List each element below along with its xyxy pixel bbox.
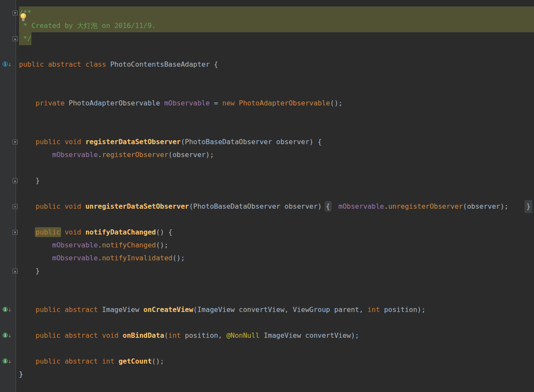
fold-end-icon[interactable]: ▴ xyxy=(12,269,18,274)
code-line[interactable]: public abstract int getCount(); xyxy=(16,355,534,368)
code-line[interactable] xyxy=(16,316,534,329)
fold-end-icon[interactable]: ▴ xyxy=(12,178,18,183)
code-token: ImageView xyxy=(98,306,143,314)
code-token: } xyxy=(19,176,40,185)
code-line[interactable]: */ xyxy=(16,32,534,45)
code-token xyxy=(98,331,102,340)
code-line[interactable]: /** xyxy=(16,6,534,19)
implemented-method-icon[interactable]: i↓ xyxy=(3,307,12,313)
code-line[interactable] xyxy=(16,290,534,303)
intention-lightbulb-icon[interactable] xyxy=(20,13,27,22)
marker-circle: i xyxy=(3,358,8,364)
code-token: int xyxy=(168,331,181,340)
code-line[interactable] xyxy=(16,213,534,226)
code-token: abstract xyxy=(65,306,98,314)
code-line-text: } xyxy=(19,265,40,278)
code-line[interactable]: public void registerDataSetObserver(Phot… xyxy=(16,136,534,148)
code-line[interactable]: } xyxy=(16,368,534,381)
code-line[interactable] xyxy=(16,84,534,97)
code-token: mObservable xyxy=(52,254,98,262)
code-token: public xyxy=(36,228,61,236)
code-token: new xyxy=(222,99,235,107)
code-line[interactable] xyxy=(16,71,534,84)
code-token: . xyxy=(384,202,388,210)
code-line[interactable] xyxy=(16,342,534,355)
code-line[interactable]: mObservable.notifyInvalidated(); xyxy=(16,252,534,265)
bulb-glass xyxy=(20,13,26,19)
code-line[interactable]: mObservable.notifyChanged(); xyxy=(16,239,534,252)
implemented-method-icon[interactable]: i↓ xyxy=(3,333,12,339)
code-line[interactable] xyxy=(16,161,534,174)
code-line[interactable]: public void unregisterDataSetObserver(Ph… xyxy=(16,200,534,213)
code-token: unregisterObserver xyxy=(388,202,463,210)
ide-editor-window: { "app": { "description": "IntelliJ IDEA… xyxy=(0,0,534,392)
down-arrow-icon: ↓ xyxy=(8,308,12,312)
code-token xyxy=(19,306,36,314)
code-token xyxy=(19,228,36,236)
code-line-text: public abstract class PhotoContentsBaseA… xyxy=(19,58,218,71)
code-line[interactable]: } xyxy=(16,174,534,187)
code-token: notifyInvalidated xyxy=(102,254,173,262)
code-line-text: } xyxy=(19,174,40,187)
code-token: (observer); xyxy=(168,151,214,159)
fold-end-icon[interactable]: ▴ xyxy=(12,36,18,41)
code-token: private xyxy=(36,99,65,107)
code-line[interactable]: private PhotoAdapterObservable mObservab… xyxy=(16,97,534,110)
code-line[interactable]: public abstract class PhotoContentsBaseA… xyxy=(16,58,534,71)
code-line[interactable]: public abstract ImageView onCreateView(I… xyxy=(16,303,534,316)
code-line[interactable] xyxy=(16,45,534,58)
folded-closing-brace-chip[interactable]: } xyxy=(525,200,532,213)
code-line-text: * Created by 大灯泡 on 2016/11/9. xyxy=(19,19,534,32)
code-token xyxy=(81,202,86,210)
code-line[interactable]: public void notifyDataChanged() { xyxy=(16,226,534,239)
code-token: onBindData xyxy=(123,331,164,340)
code-line[interactable]: * Created by 大灯泡 on 2016/11/9. xyxy=(16,19,534,32)
code-line[interactable] xyxy=(16,278,534,290)
gutter-separator xyxy=(16,0,16,392)
code-token xyxy=(19,99,36,107)
code-line-text: public abstract ImageView onCreateView(I… xyxy=(19,303,425,316)
code-token: void xyxy=(65,228,81,236)
code-token xyxy=(19,202,36,210)
code-token: (); xyxy=(152,357,164,365)
fold-plus-icon[interactable]: + xyxy=(12,204,18,209)
code-line-text: public void notifyDataChanged() { xyxy=(19,226,172,239)
implemented-class-icon[interactable]: i↓ xyxy=(3,62,12,68)
code-token: getCount xyxy=(118,357,152,365)
code-editor-area[interactable]: /** * Created by 大灯泡 on 2016/11/9. */pub… xyxy=(16,0,534,392)
code-line-text: /** xyxy=(19,6,534,19)
code-token: void xyxy=(65,202,81,210)
code-token: (ImageView convertView, ViewGroup parent… xyxy=(193,306,368,314)
down-arrow-icon: ↓ xyxy=(8,62,12,67)
code-token xyxy=(60,357,65,365)
fold-open-icon[interactable]: ▾ xyxy=(12,10,18,15)
fold-open-icon[interactable]: ▾ xyxy=(12,139,18,145)
editor-gutter: ▾▴i↓▾▴+▾▴i↓i↓i↓ xyxy=(0,0,16,392)
code-token: (); xyxy=(330,99,343,107)
implemented-method-icon[interactable]: i↓ xyxy=(3,358,12,364)
down-arrow-icon: ↓ xyxy=(8,359,12,364)
code-token xyxy=(81,138,86,146)
code-line[interactable]: } xyxy=(16,265,534,278)
code-line[interactable] xyxy=(16,110,534,123)
code-line-text: mObservable.registerObserver(observer); xyxy=(19,148,214,161)
code-token xyxy=(98,357,102,365)
code-token: void xyxy=(102,331,119,340)
code-line[interactable]: public abstract void onBindData(int posi… xyxy=(16,329,534,342)
code-token: (); xyxy=(156,241,168,249)
code-token: PhotoAdapterObservable xyxy=(65,99,164,107)
code-token xyxy=(19,138,36,146)
code-token: (PhotoBaseDataObserver observer) { xyxy=(181,138,322,146)
code-line[interactable] xyxy=(16,123,534,136)
fold-open-icon[interactable]: ▾ xyxy=(12,230,18,235)
code-token: onCreateView xyxy=(143,306,193,314)
code-token: . xyxy=(98,241,102,249)
code-token: * Created by 大灯泡 on 2016/11/9. xyxy=(19,22,156,30)
code-line[interactable]: mObservable.registerObserver(observer); xyxy=(16,148,534,161)
code-token: registerDataSetObserver xyxy=(85,138,181,146)
code-token xyxy=(19,254,52,262)
code-token xyxy=(330,202,338,210)
code-token: mObservable xyxy=(164,99,210,107)
code-line[interactable] xyxy=(16,187,534,200)
code-token: public xyxy=(36,331,61,340)
